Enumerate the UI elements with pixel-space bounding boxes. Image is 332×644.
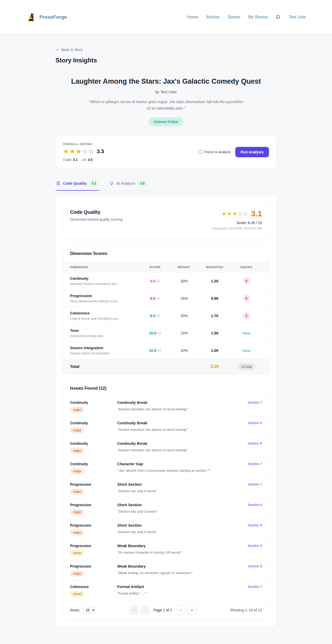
dimension-scores-title: Dimension Scores — [63, 245, 269, 262]
lightbulb-icon — [109, 181, 114, 186]
code-quality-summary-card: Code Quality Dimension-based quality sco… — [63, 202, 269, 239]
story-hero: Laughter Among the Stars: Jax's Galactic… — [56, 77, 276, 126]
list-item: Progressionmajor Short Section"Section h… — [63, 478, 269, 499]
section-link[interactable]: Section 7 — [248, 482, 262, 486]
overall-rating-label: OVERALL RATING — [63, 142, 104, 146]
severity-badge: major — [70, 570, 84, 577]
brand-link[interactable]: ProseForge — [26, 12, 67, 22]
section-link[interactable]: Section 1 — [248, 585, 262, 589]
overall-rating-card: OVERALL RATING ★★★☆☆ 3.3 Code: 3.1 | AI:… — [56, 135, 276, 169]
code-quality-score-text: Score: 6.28 / 10 — [213, 221, 262, 225]
top-navbar: ProseForge Home Articles Stories My Stor… — [0, 0, 332, 34]
section-link[interactable]: Section 9 — [248, 441, 262, 445]
nav-link-my-stories[interactable]: My Stories — [248, 15, 268, 19]
issues-found-title: Issues Found (12) — [63, 380, 269, 397]
story-tagline: "When a cyborg's sense of humor goes rog… — [87, 99, 245, 112]
severity-badge: major — [70, 489, 84, 495]
user-menu[interactable]: Test User — [288, 15, 306, 19]
issues-count-badge: None — [242, 331, 250, 335]
run-analysis-button[interactable]: Run Analysis — [235, 147, 269, 157]
section-link[interactable]: Section 7 — [248, 400, 262, 404]
clipboard-check-icon — [56, 181, 60, 186]
first-page-button[interactable]: « — [129, 606, 138, 615]
rows-per-page-label: Rows: — [70, 608, 80, 612]
section-link[interactable]: Section 8 — [248, 421, 262, 425]
severity-badge: major — [70, 407, 84, 413]
list-item: Progressionmajor Weak Boundary"Weak endi… — [63, 560, 269, 581]
notifications-bell-icon[interactable] — [275, 14, 281, 20]
total-issues-badge: 12 total — [238, 363, 255, 370]
table-row: ToneConsistent writing style 10.0/10 15%… — [63, 324, 269, 342]
insights-tabs: Code Quality 3.1 AI Analysis 3.5 — [56, 180, 276, 191]
tab-code-quality[interactable]: Code Quality 3.1 — [56, 180, 99, 191]
issues-count-badge: 3 — [243, 312, 250, 319]
overall-rating-value: 3.3 — [97, 148, 104, 154]
force-reanalyze-checkbox[interactable] — [199, 150, 203, 154]
table-row: Source IntegrationNatural article incorp… — [63, 342, 269, 359]
nav-link-articles[interactable]: Articles — [206, 15, 220, 19]
list-item: Continuitymajor Continuity Break"Section… — [63, 397, 269, 417]
nav-link-home[interactable]: Home — [187, 15, 198, 19]
list-item: Continuitymajor Continuity Break"Section… — [63, 417, 269, 437]
code-score-value: 3.1 — [73, 158, 78, 162]
showing-range-text: Showing 1–10 of 12 — [230, 608, 262, 612]
list-item: Continuitymajor Character Gap"'Jax' abse… — [63, 458, 269, 478]
brand-name: ProseForge — [39, 14, 67, 20]
section-link[interactable]: Section 9 — [248, 523, 262, 527]
list-item: Coherenceminor Format Artifact"Found art… — [63, 581, 269, 601]
code-quality-star-rating: ★★★☆☆ — [222, 211, 248, 216]
section-link[interactable]: Section 9 — [248, 564, 262, 568]
severity-badge: minor — [70, 550, 84, 556]
chevron-left-icon — [56, 48, 59, 52]
story-title: Laughter Among the Stars: Jax's Galactic… — [56, 77, 276, 85]
dimension-table-header: DIMENSION SCORE WEIGHT WEIGHTED ISSUES — [63, 262, 269, 272]
total-row: Total 3.10 12 total — [63, 359, 269, 374]
severity-badge: minor — [70, 591, 84, 597]
prev-page-button[interactable]: ‹ — [140, 606, 149, 615]
issues-count-badge: 4 — [243, 277, 250, 284]
section-link[interactable]: Section 7 — [248, 462, 262, 466]
overall-star-rating: ★★★☆☆ — [63, 148, 95, 155]
proseforge-logo-icon — [26, 12, 36, 22]
section-link[interactable]: Section 9 — [248, 544, 262, 548]
force-reanalyze-option: Force re-analyze — [199, 150, 231, 154]
list-item: Progressionminor Weak Boundary"No named … — [63, 540, 269, 560]
sub-scores: Code: 3.1 | AI: 3.5 — [63, 158, 104, 162]
nav-link-stories[interactable]: Stories — [227, 15, 240, 19]
severity-badge: major — [70, 448, 84, 454]
tab-badge-ai-analysis: 3.5 — [138, 181, 147, 186]
dimension-scores-card: Dimension Scores DIMENSION SCORE WEIGHT … — [63, 245, 269, 374]
severity-badge: major — [70, 427, 84, 433]
last-page-button[interactable]: » — [187, 606, 196, 615]
list-item: Progressionmajor Short Section"Section h… — [63, 499, 269, 519]
genre-badge: Science Fiction — [149, 117, 183, 126]
severity-badge: major — [70, 509, 84, 515]
main-content: Back to Story Story Insights Laughter Am… — [56, 34, 276, 627]
code-quality-assessed-text: Assessed 1/13/2026, 10:32:52 AM — [213, 227, 262, 230]
rows-per-page-select[interactable]: 10 — [83, 606, 96, 614]
table-row: ProgressionStory advancement without res… — [63, 290, 269, 307]
table-row: CoherenceLogical sense and formatting qu… — [63, 307, 269, 324]
severity-badge: major — [70, 529, 84, 536]
ai-score-value: 3.5 — [88, 158, 92, 162]
list-item: Continuitymajor Continuity Break"Section… — [63, 437, 269, 458]
page-title: Story Insights — [56, 57, 276, 64]
pagination-bar: Rows: 10 « ‹ Page 1 of 2 › » Showing 1–1… — [63, 601, 269, 620]
section-link[interactable]: Section 8 — [248, 503, 262, 507]
code-quality-rating-value: 3.1 — [251, 209, 262, 218]
code-quality-subtitle: Dimension-based quality scoring — [70, 217, 122, 221]
tab-badge-code-quality: 3.1 — [89, 181, 99, 186]
back-to-story-link[interactable]: Back to Story — [56, 48, 83, 52]
tab-ai-analysis[interactable]: AI Analysis 3.5 — [109, 180, 148, 191]
issues-count-badge: 5 — [243, 295, 250, 302]
force-reanalyze-label: Force re-analyze — [204, 150, 231, 154]
total-score-value: 3.10 — [198, 364, 231, 369]
page-indicator: Page 1 of 2 — [154, 608, 172, 612]
list-item: Progressionmajor Short Section"Section h… — [63, 519, 269, 540]
code-quality-title: Code Quality — [70, 209, 122, 215]
story-byline: by Test User — [56, 90, 276, 94]
severity-badge: major — [70, 468, 84, 474]
code-quality-panel: Code Quality Dimension-based quality sco… — [56, 195, 276, 627]
next-page-button[interactable]: › — [176, 606, 185, 615]
issues-count-badge: None — [242, 349, 250, 353]
